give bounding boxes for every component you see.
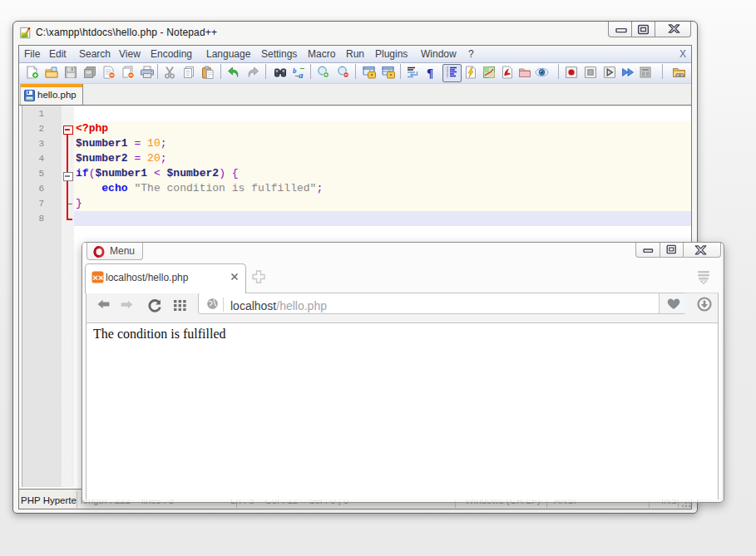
svg-text:b: b — [293, 66, 297, 75]
svg-text:a: a — [299, 70, 304, 80]
svg-text:¶: ¶ — [427, 66, 433, 79]
svg-text:××: ×× — [92, 273, 104, 283]
